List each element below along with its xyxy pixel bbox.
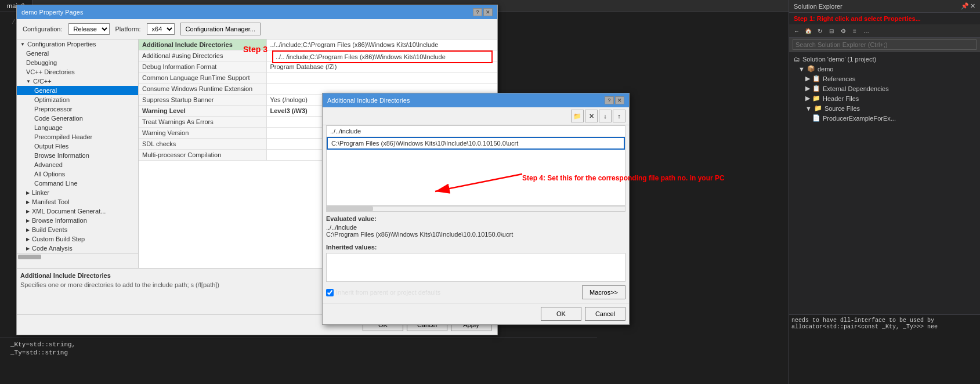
include-eval-text2: C:\Program Files (x86)\Windows Kits\10\I… [326, 231, 625, 238]
include-item-0[interactable]: ../../include [327, 126, 625, 137]
project-expand-arrow: ▼ [798, 66, 805, 73]
include-item-1[interactable]: C:\Program Files (x86)\Windows Kits\10\I… [327, 137, 625, 150]
tree-manifest-label: Manifest Tool [32, 198, 70, 205]
se-producer-label: ProducerExampleForEx... [823, 115, 896, 122]
step4-annotation: Step 4: Set this for the corresponding f… [522, 174, 725, 182]
tree-pre-label: Preprocessor [34, 106, 72, 113]
se-search [789, 38, 980, 52]
tree-item-preprocessor[interactable]: Preprocessor [17, 104, 138, 114]
se-collapse-btn[interactable]: ⊟ [826, 26, 837, 36]
tree-item-code-analysis[interactable]: ▶ Code Analysis [17, 244, 138, 253]
tree-item-all-opts[interactable]: All Options [17, 169, 138, 179]
include-cancel-btn[interactable]: Cancel [585, 307, 625, 321]
se-refresh-btn[interactable]: ↻ [815, 26, 825, 36]
tree-item-cc[interactable]: ▼ C/C++ [17, 77, 138, 86]
include-eval-section: Evaluated value: ../../include C:\Progra… [323, 212, 629, 241]
se-close-btn[interactable]: ✕ [970, 2, 975, 10]
include-close-btn[interactable]: ✕ [615, 96, 624, 104]
include-highlight-box: ../.. /include;C:\Program Files (x86)\Wi… [272, 50, 493, 63]
config-manager-btn[interactable]: Configuration Manager... [180, 23, 261, 35]
se-title: Solution Explorer [794, 3, 842, 10]
tree-item-vc-dirs[interactable]: VC++ Directories [17, 67, 138, 77]
prop-val-include[interactable]: ../../include;C:\Program Files (x86)\Win… [266, 39, 497, 50]
output-line-1: _Kty=std::string, [5, 340, 592, 349]
prop-row-include[interactable]: Additional Include Directories ../../inc… [139, 39, 497, 50]
tree-item-manifest[interactable]: ▶ Manifest Tool [17, 197, 138, 207]
tree-item-debugging[interactable]: Debugging [17, 58, 138, 67]
se-item-solution[interactable]: 🗂 Solution 'demo' (1 project) [789, 55, 980, 64]
tree-item-output[interactable]: Output Files [17, 142, 138, 151]
se-more-btn[interactable]: … [861, 26, 871, 36]
tree-item-build-events[interactable]: ▶ Build Events [17, 225, 138, 234]
prop-name-debug: Debug Information Format [139, 61, 266, 73]
inherit-checkbox[interactable] [326, 289, 334, 296]
se-item-project[interactable]: ▼ 📦 demo [789, 64, 980, 74]
prop-row-clr[interactable]: Common Language RunTime Support [139, 73, 497, 84]
tree-item-advanced[interactable]: Advanced [17, 160, 138, 169]
tree-item-code-gen[interactable]: Code Generation [17, 114, 138, 123]
se-item-references[interactable]: ▶ 📋 References [789, 74, 980, 84]
se-item-source-files[interactable]: ▼ 📁 Source Files [789, 103, 980, 113]
include-dialog-title: Additional Include Directories ? ✕ [323, 93, 629, 107]
se-item-producer[interactable]: 📄 ProducerExampleForEx... [789, 113, 980, 123]
tree-scrollbar[interactable] [17, 253, 138, 260]
tree-item-general2[interactable]: General [17, 86, 138, 95]
prop-name-suppress: Suppress Startup Banner [139, 95, 266, 106]
se-back-btn[interactable]: ← [791, 26, 802, 36]
include-ok-btn[interactable]: OK [541, 307, 581, 321]
tree-item-language[interactable]: Language [17, 123, 138, 132]
property-tree: ▼ Configuration Properties General Debug… [17, 39, 139, 268]
tree-item-browse2[interactable]: ▶ Browse Information [17, 216, 138, 225]
src-arrow: ▼ [805, 105, 812, 112]
include-dialog-btns: OK Cancel [323, 303, 629, 324]
tree-debugging-label: Debugging [26, 59, 57, 66]
se-settings-btn[interactable]: ≡ [849, 26, 860, 36]
tree-allopts-label: All Options [34, 171, 65, 177]
output-line-2: _Ty=std::string [5, 349, 592, 357]
macros-btn[interactable]: Macros>> [582, 285, 625, 299]
tree-item-pch[interactable]: Precompiled Header [17, 132, 138, 142]
include-up-btn[interactable]: ↑ [613, 110, 625, 122]
prop-name-clr: Common Language RunTime Support [139, 73, 266, 84]
tree-item-custom-build[interactable]: ▶ Custom Build Step [17, 234, 138, 244]
tree-item-browse[interactable]: Browse Information [17, 151, 138, 160]
toolbar-spacer [326, 110, 570, 122]
output-right-2: allocator<std::pair<const _Kty, _Ty>>> n… [791, 324, 978, 330]
dialog-help-btn[interactable]: ? [473, 8, 482, 16]
tree-item-optimization[interactable]: Optimization [17, 95, 138, 104]
tree-pch-label: Precompiled Header [34, 133, 92, 140]
include-list-scrollbar[interactable] [326, 206, 625, 212]
include-help-btn[interactable]: ? [605, 96, 614, 104]
tree-item-general[interactable]: General [17, 49, 138, 58]
include-toolbar: 📁 ✕ ↓ ↑ [323, 107, 629, 125]
se-item-header-files[interactable]: ▶ 📁 Header Files [789, 93, 980, 103]
project-icon: 📦 [807, 65, 815, 73]
platform-label: Platform: [115, 26, 141, 32]
se-pin-btn[interactable]: 📌 [961, 2, 969, 10]
inherit-label: Inherit from parent or project defaults [336, 289, 440, 296]
tree-item-linker[interactable]: ▶ Linker [17, 188, 138, 197]
include-delete-btn[interactable]: ✕ [585, 110, 598, 122]
platform-select[interactable]: x64 [147, 23, 175, 35]
tree-item-xml[interactable]: ▶ XML Document Generat... [17, 207, 138, 216]
step3-annotation: Step 3 [243, 45, 267, 54]
se-search-input[interactable] [793, 39, 977, 50]
include-new-btn[interactable]: 📁 [571, 110, 584, 122]
config-select[interactable]: Release [68, 23, 110, 35]
include-checkbox-row: Inherit from parent or project defaults … [323, 282, 629, 303]
tree-linker-label: Linker [32, 189, 49, 196]
prop-name-sdl: SDL checks [139, 139, 266, 150]
include-title-btns: ? ✕ [605, 96, 624, 104]
include-down-btn[interactable]: ↓ [599, 110, 612, 122]
solution-explorer: Solution Explorer 📌 ✕ Step 1: Right clic… [789, 0, 980, 384]
dialog-config-bar: Configuration: Release Platform: x64 Con… [17, 19, 497, 39]
tree-item-config[interactable]: ▼ Configuration Properties [17, 39, 138, 49]
hdr-icon: 📁 [812, 95, 820, 102]
tree-item-cmdline[interactable]: Command Line [17, 179, 138, 188]
tree-browse-label: Browse Information [34, 152, 89, 159]
se-home-btn[interactable]: 🏠 [803, 26, 813, 36]
se-props-btn[interactable]: ⚙ [838, 26, 848, 36]
dialog-close-btn[interactable]: ✕ [483, 8, 493, 16]
se-item-ext-deps[interactable]: ▶ 📋 External Dependencies [789, 84, 980, 93]
include-list[interactable]: ../../include C:\Program Files (x86)\Win… [326, 125, 625, 206]
